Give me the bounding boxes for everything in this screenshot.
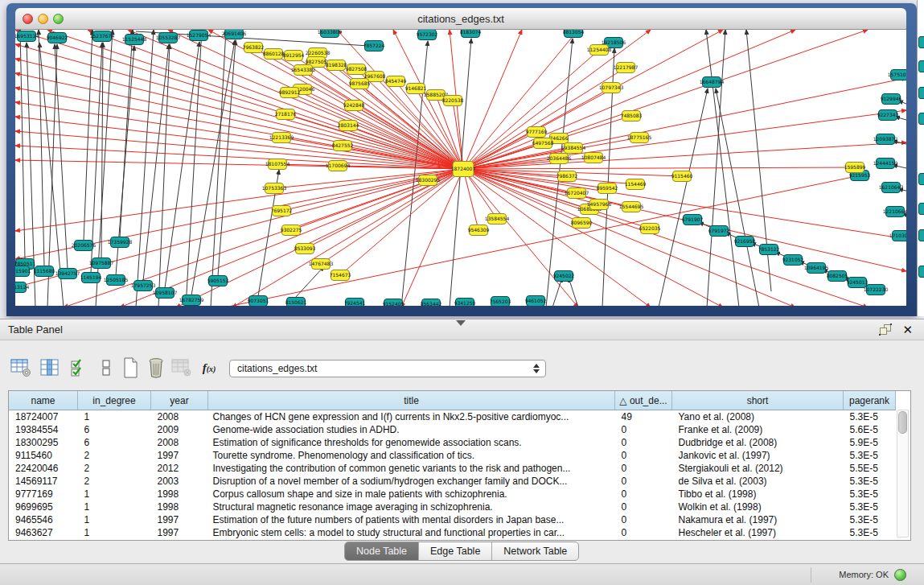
graph-node[interactable]: 8959542 xyxy=(597,183,618,194)
graph-node[interactable]: 9461052 xyxy=(525,296,547,307)
table-row[interactable]: 1830029562008Estimation of significance … xyxy=(9,436,911,449)
cell-in_degree[interactable]: 2 xyxy=(78,475,151,488)
table-row[interactable]: 1456911722003Disruption of a novel membe… xyxy=(9,475,911,488)
cell-pagerank[interactable]: 5.3E-5 xyxy=(844,526,896,539)
graph-node[interactable]: 1595899 xyxy=(844,163,866,173)
graph-node[interactable]: 7485083 xyxy=(621,111,643,122)
column-header-in_degree[interactable]: in_degree xyxy=(78,391,151,410)
graph-node[interactable]: 12444159 xyxy=(873,159,898,169)
cell-pagerank[interactable]: 5.3E-5 xyxy=(844,513,896,526)
graph-node[interactable]: 12505185 xyxy=(104,275,129,286)
cell-year[interactable]: 2008 xyxy=(151,436,208,449)
graph-node[interactable]: 15279054 xyxy=(187,31,211,41)
cell-out_de[interactable]: 0 xyxy=(615,462,672,475)
table-row[interactable]: 946362711997Embryonic stem cells: a mode… xyxy=(9,526,911,539)
graph-node[interactable]: 14957966 xyxy=(587,200,612,210)
cell-pagerank[interactable]: 5.3E-5 xyxy=(844,475,896,488)
graph-node[interactable]: 10958107 xyxy=(153,288,178,299)
graph-node[interactable]: 20691406 xyxy=(222,30,247,39)
cell-pagerank[interactable]: 5.3E-5 xyxy=(844,449,896,462)
graph-node[interactable]: 20364486 xyxy=(547,154,572,164)
cell-short[interactable]: Nakamura et al. (1997) xyxy=(672,513,844,526)
graph-node[interactable]: 16543382 xyxy=(291,65,316,76)
cell-out_de[interactable]: 0 xyxy=(615,436,672,449)
graph-node[interactable]: 8198328 xyxy=(326,60,347,71)
graph-node[interactable]: 16953124 xyxy=(15,31,39,42)
cell-name[interactable]: 9465546 xyxy=(9,513,78,526)
graph-node[interactable]: 1145194 xyxy=(80,273,102,283)
graph-node[interactable]: 7963822 xyxy=(243,43,265,53)
graph-node[interactable]: 7695172 xyxy=(271,206,293,216)
cell-name[interactable]: 18724007 xyxy=(9,410,78,424)
cell-year[interactable]: 2012 xyxy=(151,462,208,475)
graph-node[interactable]: 19384554 xyxy=(561,143,586,154)
cell-name[interactable]: 18300295 xyxy=(9,436,78,449)
column-header-out_de[interactable]: △ out_de... xyxy=(615,391,672,410)
graph-node[interactable]: 11254408 xyxy=(587,45,612,56)
cell-in_degree[interactable]: 2 xyxy=(78,449,151,462)
graph-node[interactable]: 2803144 xyxy=(338,121,359,131)
graph-node[interactable]: 16648794 xyxy=(700,77,725,88)
graph-node[interactable]: 8533093 xyxy=(294,244,316,254)
rows-icon[interactable] xyxy=(95,356,117,379)
graph-node[interactable]: 10964195 xyxy=(804,263,829,274)
cell-year[interactable]: 2003 xyxy=(151,475,208,488)
tab-node-table[interactable]: Node Table xyxy=(345,542,419,560)
table-row[interactable]: 1938455462009Genome-wide association stu… xyxy=(9,423,911,436)
graph-node[interactable]: 9242848 xyxy=(343,101,365,111)
column-header-pagerank[interactable]: pagerank xyxy=(844,391,896,410)
panel-drag-handle[interactable] xyxy=(456,320,466,326)
graph-node[interactable]: 9115460 xyxy=(671,171,693,182)
graph-node[interactable]: 8563442 xyxy=(421,299,442,307)
graph-node[interactable]: 16720407 xyxy=(565,188,589,199)
cell-name[interactable]: 22420046 xyxy=(9,462,78,475)
graph-node[interactable]: 6791907 xyxy=(682,215,704,225)
graph-node[interactable]: 11700694 xyxy=(326,161,351,171)
cell-title[interactable]: Changes of HCN gene expression and I(f) … xyxy=(208,410,615,424)
cell-out_de[interactable]: 0 xyxy=(615,513,672,526)
tab-network-table[interactable]: Network Table xyxy=(492,542,578,560)
column-header-year[interactable]: year xyxy=(151,391,208,410)
window-titlebar[interactable]: citations_edges.txt xyxy=(15,8,906,30)
graph-node[interactable]: 13584554 xyxy=(485,214,510,225)
cell-title[interactable]: Embryonic stem cells: a model to study s… xyxy=(208,526,615,539)
graph-node[interactable]: 17359928 xyxy=(108,237,133,248)
graph-node[interactable]: 15751074 xyxy=(888,70,906,80)
cell-pagerank[interactable]: 5.3E-5 xyxy=(844,488,896,501)
cell-in_degree[interactable]: 6 xyxy=(78,436,151,449)
table-row[interactable]: 977716911998Corpus callosum shape and si… xyxy=(9,488,911,501)
graph-node[interactable]: 9302275 xyxy=(281,225,302,236)
cell-name[interactable]: 9777169 xyxy=(9,488,78,501)
cell-short[interactable]: Stergiakouli et al. (2012) xyxy=(672,462,844,475)
cell-name[interactable]: 19384554 xyxy=(9,423,78,436)
graph-node[interactable]: 8150621 xyxy=(285,298,307,307)
cell-title[interactable]: Estimation of significance thresholds fo… xyxy=(208,436,615,449)
cell-short[interactable]: Dudbridge et al. (2008) xyxy=(672,436,844,449)
table-options-icon[interactable] xyxy=(10,356,32,379)
cell-out_de[interactable]: 0 xyxy=(615,449,672,462)
graph-node[interactable]: 9231052 xyxy=(782,255,804,266)
graph-node[interactable]: 5905153 xyxy=(207,276,229,286)
cell-title[interactable]: Estimation of the future numbers of pati… xyxy=(208,513,615,526)
cell-in_degree[interactable]: 1 xyxy=(78,526,151,539)
graph-node[interactable]: 7853122 xyxy=(758,245,780,255)
import-table-icon[interactable] xyxy=(170,356,193,379)
float-panel-icon[interactable] xyxy=(879,323,892,336)
graph-node[interactable]: 13942757 xyxy=(55,269,80,279)
graph-node[interactable]: 9892912 xyxy=(279,88,301,98)
cell-name[interactable]: 9699695 xyxy=(9,501,78,513)
graph-node[interactable]: 18724007 xyxy=(451,162,476,177)
cell-out_de[interactable]: 0 xyxy=(615,526,672,539)
show-columns-icon[interactable] xyxy=(39,356,61,379)
network-canvas[interactable]: 1695312490469221523767411525448105532871… xyxy=(15,30,906,306)
cell-title[interactable]: Structural magnetic resonance image aver… xyxy=(208,501,615,513)
function-builder-icon[interactable]: f(x) xyxy=(198,356,220,379)
cell-short[interactable]: de Silva et al. (2003) xyxy=(672,475,844,488)
graph-node[interactable]: 14767483 xyxy=(309,259,334,270)
cell-year[interactable]: 1997 xyxy=(151,513,208,526)
table-selector-dropdown[interactable]: citations_edges.txt xyxy=(229,360,546,377)
graph-node[interactable]: 9227343 xyxy=(877,110,899,121)
graph-node[interactable]: 8082505 xyxy=(827,271,848,282)
cell-out_de[interactable]: 0 xyxy=(615,501,672,513)
graph-node[interactable]: 8220538 xyxy=(442,96,464,106)
